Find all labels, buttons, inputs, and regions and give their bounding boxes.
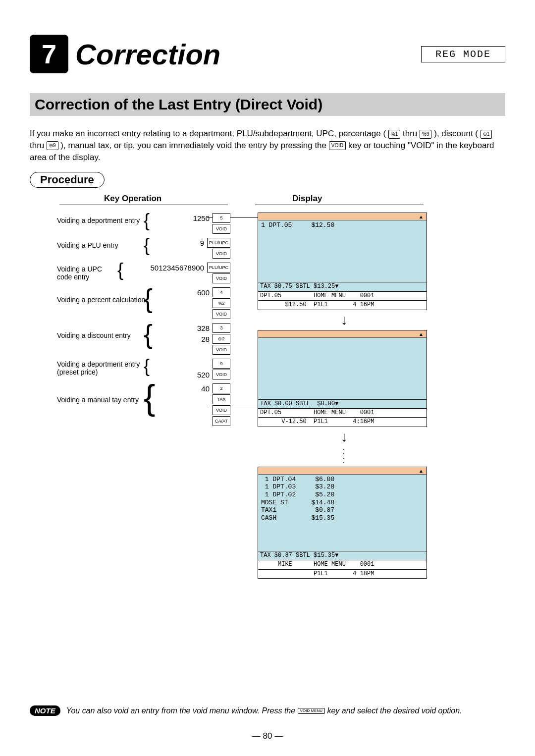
op-label: Voiding a manual tay entry (57, 396, 146, 404)
chapter-header: 7 Correction REG MODE (30, 35, 505, 73)
key-3: 3 (213, 323, 230, 333)
procedure-label: Procedure (30, 172, 105, 188)
op-label: Voiding a deportment entry (preset price… (57, 360, 146, 376)
page-number: — 80 — (0, 731, 535, 741)
key-4: 4 (213, 287, 230, 297)
ellipsis-icon: ···· (258, 447, 431, 465)
percent9-key-icon: %9 (420, 130, 431, 139)
down-arrow-icon: ↓ (258, 430, 431, 444)
status-info-line: MIKE HOME MENU 0001 (258, 560, 427, 569)
chapter-number-box: 7 (30, 35, 68, 73)
down-arrow-icon: ↓ (258, 313, 431, 327)
note-badge: NOTE (30, 705, 60, 716)
key-void: VOID (213, 224, 230, 234)
key-plu-upc: PLU/UPC (207, 263, 230, 272)
key-void: VOID (213, 249, 230, 259)
status-tax-line: TAX $0.75 SBTL $13.25▼ (258, 282, 427, 291)
key-2: 2 (213, 383, 230, 393)
key-5: 5 (213, 213, 230, 223)
key-tax: TAX (213, 394, 230, 404)
display-heading: Display (292, 194, 322, 204)
status-tax-line: TAX $0.87 SBTL $15.35▼ (258, 551, 427, 560)
procedure-diagram: Key Operation Display Voiding a deportme… (30, 194, 505, 615)
discount1-key-icon: ⊖1 (481, 130, 492, 139)
scroll-up-icon: ▲ (419, 331, 424, 337)
status-info-line: DPT.05 HOME MENU 0001 (258, 291, 427, 300)
key-ca-at: CA/AT (213, 416, 230, 426)
key-discount2: ⊖2 (213, 334, 230, 344)
receipt-line: CASH $15.35 (261, 514, 424, 522)
receipt-line: MDSE ST $14.48 (261, 499, 424, 507)
status-info-line: P1L1 4 18PM (258, 569, 427, 578)
key-9: 9 (213, 359, 230, 369)
receipt-line: 1 DPT.03 $3.28 (261, 483, 424, 491)
status-info-line: DPT.05 HOME MENU 0001 (258, 408, 427, 417)
receipt-line: 1 DPT.02 $5.20 (261, 491, 424, 499)
op-label: Voiding a UPC code entry (57, 265, 116, 281)
display-screen-1: ▲ 1 DPT.05 $12.50 TAX $0.75 SBTL $13.25▼… (258, 213, 427, 310)
note: NOTE You can also void an entry from the… (30, 705, 505, 716)
display-screen-2: ▲ TAX $0.00 SBTL $0.00▼ DPT.05 HOME MENU… (258, 330, 427, 427)
key-void: VOID (213, 345, 230, 355)
op-label: Voiding a discount entry (57, 331, 146, 339)
chapter-title: Correction (75, 38, 220, 71)
void-menu-key-icon: VOID MENU (298, 708, 325, 714)
op-label: Voiding a PLU entry (57, 241, 146, 249)
key-void: VOID (213, 370, 230, 379)
key-percent2: %2 (213, 298, 230, 308)
key-void: VOID (213, 273, 230, 283)
discount9-key-icon: ⊖9 (47, 141, 58, 150)
scroll-up-icon: ▲ (419, 214, 424, 219)
section-heading: Correction of the Last Entry (Direct Voi… (30, 93, 505, 116)
void-key-icon: VOID (329, 141, 346, 150)
receipt-line: 1 DPT.05 $12.50 (261, 221, 424, 229)
op-label: Voiding a deportment entry (57, 216, 146, 224)
status-info-line: V-12.50 P1L1 4:16PM (258, 417, 427, 426)
percent1-key-icon: %1 (388, 130, 400, 139)
display-screen-3: ▲ 1 DPT.04 $6.00 1 DPT.03 $3.28 1 DPT.02… (258, 467, 427, 579)
receipt-line: TAX1 $0.87 (261, 506, 424, 514)
receipt-line: 1 DPT.04 $6.00 (261, 476, 424, 484)
key-plu-upc: PLU/UPC (207, 238, 230, 248)
key-void: VOID (213, 405, 230, 415)
scroll-up-icon: ▲ (419, 468, 424, 474)
mode-indicator: REG MODE (421, 46, 505, 62)
status-tax-line: TAX $0.00 SBTL $0.00▼ (258, 399, 427, 408)
op-label: Voiding a percent calculation (57, 296, 146, 304)
key-void: VOID (213, 309, 230, 319)
status-info-line: $12.50 P1L1 4 16PM (258, 300, 427, 309)
key-operation-heading: Key Operation (104, 194, 161, 204)
intro-paragraph: If you make an incorrect entry relating … (30, 128, 505, 163)
